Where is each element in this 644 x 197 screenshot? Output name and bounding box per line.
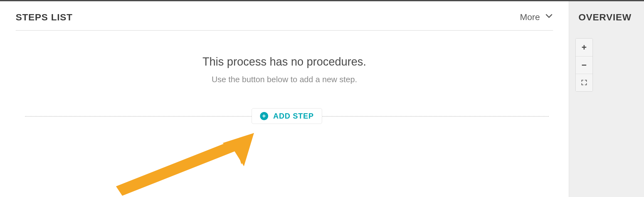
zoom-fit-button[interactable] bbox=[576, 74, 593, 91]
add-step-button[interactable]: + ADD STEP bbox=[251, 108, 322, 124]
plus-icon: + bbox=[582, 42, 587, 52]
zoom-controls: + − bbox=[575, 38, 593, 92]
overview-title: OVERVIEW bbox=[578, 12, 644, 31]
zoom-in-button[interactable]: + bbox=[576, 39, 593, 56]
steps-list-header: STEPS LIST More bbox=[16, 12, 553, 31]
empty-state: This process has no procedures. Use the … bbox=[16, 31, 553, 84]
empty-state-subtext: Use the button below to add a new step. bbox=[16, 75, 553, 84]
chevron-down-icon bbox=[545, 12, 553, 22]
add-step-row: + ADD STEP bbox=[25, 116, 549, 116]
svg-marker-2 bbox=[223, 133, 254, 166]
more-menu-trigger[interactable]: More bbox=[520, 12, 553, 22]
plus-circle-icon: + bbox=[260, 112, 268, 120]
svg-marker-0 bbox=[116, 139, 241, 196]
empty-state-headline: This process has no procedures. bbox=[16, 55, 553, 68]
more-label: More bbox=[520, 12, 540, 22]
annotation-arrow bbox=[116, 133, 254, 196]
overview-panel: OVERVIEW + − bbox=[569, 1, 644, 197]
minus-icon: − bbox=[582, 60, 587, 70]
steps-list-panel: STEPS LIST More This process has no proc… bbox=[0, 1, 569, 197]
steps-list-title: STEPS LIST bbox=[16, 12, 73, 23]
zoom-out-button[interactable]: − bbox=[576, 56, 593, 74]
svg-marker-1 bbox=[226, 133, 254, 164]
fullscreen-icon bbox=[581, 78, 587, 88]
add-step-label: ADD STEP bbox=[273, 112, 314, 120]
app-viewport: STEPS LIST More This process has no proc… bbox=[0, 0, 644, 197]
